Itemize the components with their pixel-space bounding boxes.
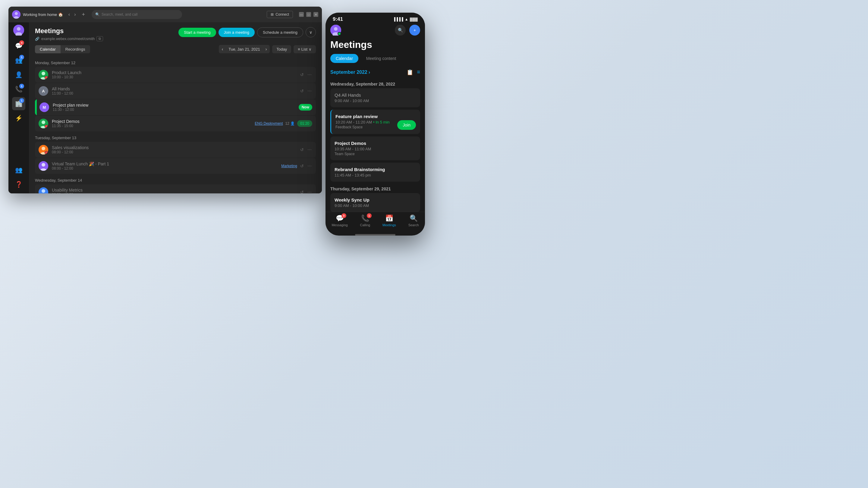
schedule-meeting-button[interactable]: Schedule a meeting — [257, 27, 303, 37]
mobile-meeting-name: Weekly Sync Up — [335, 197, 416, 202]
meeting-time: 08:00 - 12:00 — [52, 166, 278, 170]
mobile-meeting-card-featured[interactable]: Feature plan review 10:20 AM - 11:20 AM … — [330, 110, 420, 134]
meeting-item[interactable]: Usability Metrics 09:00 - 10:00 ↺ ⋯ — [35, 184, 316, 193]
mobile-app-header: 🔍 + — [326, 22, 425, 39]
join-meeting-button[interactable]: Join a meeting — [218, 28, 255, 37]
app-body: 💬 4 👥 1 👤 📞 1 🏢 1 ⚡ 👥 — [8, 22, 322, 193]
meeting-time: 10:00 - 10:30 — [52, 75, 296, 79]
tab-recordings[interactable]: Recordings — [61, 45, 90, 53]
meeting-avatar — [38, 161, 48, 171]
tab-calendar[interactable]: Calendar — [35, 45, 61, 53]
meeting-time: 09:00 - 10:00 — [52, 193, 296, 193]
close-button[interactable]: ✕ — [313, 12, 318, 17]
meetings-title-section: Meetings 🔗 example.webex.com/meet/csmith… — [35, 27, 103, 41]
svg-point-22 — [334, 27, 338, 31]
mobile-tab-meeting-content[interactable]: Meeting content — [361, 54, 402, 63]
mobile-status-icons: ▐▐▐▐ ▲ ▓▓▓ — [393, 17, 418, 22]
meeting-refresh-icon[interactable]: ↺ — [300, 189, 304, 193]
meeting-actions: ↺ ⋯ — [300, 189, 312, 193]
copy-url-button[interactable]: ⧉ — [96, 36, 103, 41]
search-input[interactable] — [101, 12, 179, 17]
sidebar-item-messaging[interactable]: 💬 4 — [12, 39, 25, 53]
meeting-refresh-icon[interactable]: ↺ — [300, 163, 304, 169]
mobile-join-button[interactable]: Join — [397, 120, 416, 130]
sidebar-user-avatar[interactable] — [13, 25, 24, 36]
sidebar-item-teams[interactable]: 👥 — [12, 163, 25, 176]
actions-dropdown-button[interactable]: ∨ — [306, 27, 316, 37]
home-indicator — [355, 234, 396, 235]
messaging-nav-badge: 3 — [341, 213, 346, 218]
meeting-avatar — [38, 70, 48, 79]
maximize-button[interactable]: □ — [306, 12, 311, 17]
meeting-more-icon[interactable]: ⋯ — [307, 189, 312, 193]
meeting-item[interactable]: Product Launch 10:00 - 10:30 ↺ ⋯ — [35, 67, 316, 83]
meeting-accent — [36, 99, 37, 115]
mobile-nav-meetings[interactable]: 📅 Meetings — [382, 215, 396, 227]
mobile-nav-search[interactable]: 🔍 Search — [408, 215, 419, 227]
meeting-tag[interactable]: Marketing — [281, 164, 297, 168]
mobile-search-icon-button[interactable]: 🔍 — [395, 25, 406, 36]
start-meeting-button[interactable]: Start a meeting — [179, 28, 216, 37]
sidebar-item-calling[interactable]: 📞 1 — [12, 83, 25, 96]
mobile-meeting-card[interactable]: Project Demos 10:35 AM - 11:00 AM Team S… — [330, 136, 420, 160]
meeting-actions: ↺ ⋯ — [300, 72, 312, 78]
search-icon: 🔍 — [95, 12, 100, 17]
mobile-user-avatar[interactable] — [330, 25, 341, 36]
meeting-item[interactable]: Project Demos 11:35 - 15:00 ENG Deployme… — [35, 116, 316, 131]
meeting-avatar: M — [39, 102, 49, 112]
calendar-icon[interactable]: 📋 — [407, 69, 413, 76]
connect-button[interactable]: ⊞ Connect — [267, 11, 293, 18]
list-view-icon[interactable]: ≡ — [417, 69, 420, 76]
mobile-tab-calendar[interactable]: Calendar — [330, 54, 358, 63]
meeting-more-icon[interactable]: ⋯ — [307, 88, 312, 94]
sidebar-item-contacts[interactable]: 👤 — [12, 68, 25, 82]
sidebar-item-help[interactable]: ❓ — [12, 178, 25, 191]
meeting-refresh-icon[interactable]: ↺ — [300, 72, 304, 78]
meeting-item[interactable]: M Project plan review 11:30 - 12:00 Now — [35, 99, 316, 115]
prev-date-button[interactable]: ‹ — [219, 45, 226, 53]
mobile-meeting-name: Project Demos — [335, 141, 416, 146]
meeting-avatar — [38, 145, 48, 155]
svg-point-7 — [41, 72, 45, 75]
meeting-actions: ENG Deployment 12 👤 01:20 — [255, 120, 312, 127]
sidebar-item-people[interactable]: 👥 1 — [12, 54, 25, 67]
mobile-meeting-card[interactable]: Rebrand Brainstorming 11:45 AM - 13:45 p… — [330, 163, 420, 182]
apps-icon: ⚡ — [15, 115, 23, 122]
meeting-refresh-icon[interactable]: ↺ — [300, 147, 304, 153]
meeting-more-icon[interactable]: ⋯ — [307, 163, 312, 169]
sidebar-item-meetings[interactable]: 🏢 1 — [12, 97, 25, 110]
mobile-meeting-card[interactable]: Q4 All Hands 9:00 AM - 10:00 AM — [330, 88, 420, 107]
meetings-nav-label: Meetings — [382, 223, 396, 227]
minimize-button[interactable]: — — [299, 12, 304, 17]
meeting-item[interactable]: Virtual Team Lunch 🎉 - Part 1 08:00 - 12… — [35, 158, 316, 174]
mobile-nav-messaging[interactable]: 💬 3 Messaging — [332, 215, 347, 227]
meeting-more-icon[interactable]: ⋯ — [307, 72, 312, 78]
meeting-item[interactable]: A All Hands 11:00 - 12:00 ↺ ⋯ — [35, 83, 316, 99]
list-view-button[interactable]: ≡ List ∨ — [293, 45, 316, 53]
mobile-meeting-name: Rebrand Brainstorming — [335, 167, 416, 172]
mobile-meetings-title: Meetings — [326, 39, 425, 54]
meeting-info: Product Launch 10:00 - 10:30 — [52, 70, 296, 79]
new-tab-button[interactable]: + — [80, 11, 87, 19]
day-header-tuesday: Tuesday, September 13 — [35, 132, 316, 142]
meeting-name: Product Launch — [52, 70, 296, 75]
meeting-info: Sales visualizations 08:00 - 12:00 — [52, 145, 296, 154]
sidebar-item-apps[interactable]: ⚡ — [12, 111, 25, 125]
today-button[interactable]: Today — [272, 45, 291, 53]
mobile-nav-calling[interactable]: 📞 1 Calling — [360, 215, 370, 227]
nav-back-button[interactable]: ‹ — [67, 11, 72, 18]
mobile-day-header-sep29: Thursday, September 29, 2021 — [330, 184, 420, 193]
mobile-add-button[interactable]: + — [409, 25, 420, 36]
teams-icon: 👥 — [15, 166, 23, 173]
nav-forward-button[interactable]: › — [72, 11, 78, 18]
next-date-button[interactable]: › — [262, 45, 270, 53]
meeting-more-icon[interactable]: ⋯ — [307, 147, 312, 153]
svg-point-16 — [41, 163, 45, 167]
mobile-meeting-name: Feature plan review — [336, 114, 416, 119]
people-badge: 1 — [19, 55, 24, 60]
mobile-meeting-card[interactable]: Weekly Sync Up 9:00 AM - 10:00 AM — [330, 193, 420, 212]
meeting-item[interactable]: Sales visualizations 08:00 - 12:00 ↺ ⋯ — [35, 142, 316, 158]
meeting-tag[interactable]: ENG Deployment — [255, 121, 283, 126]
meeting-refresh-icon[interactable]: ↺ — [300, 88, 304, 94]
mobile-frame: 9:41 ▐▐▐▐ ▲ ▓▓▓ 🔍 + Meetings — [326, 13, 425, 235]
